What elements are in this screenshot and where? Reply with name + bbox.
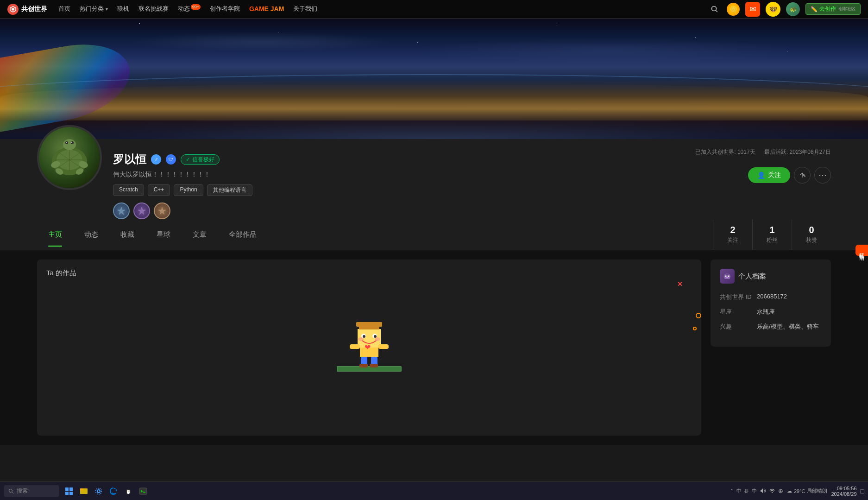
volume-icon[interactable] — [760, 487, 766, 495]
main-content: Ta 的作品 ✕ — [0, 250, 868, 445]
profile-avatar[interactable] — [37, 125, 102, 190]
svg-line-50 — [12, 492, 13, 494]
profile-section: 罗以恒 ♂ 🛡 ✓ 信誉极好 伟大以罗以恒！！！！！！！！！ Scratch C… — [0, 139, 868, 219]
tag-cpp[interactable]: C++ — [148, 184, 170, 196]
earth-curve — [0, 74, 868, 130]
credit-badge: ✓ 信誉极好 — [181, 154, 220, 165]
decorative-circle-small — [693, 327, 697, 330]
site-logo[interactable]: 共创世界 — [7, 4, 47, 15]
nav-challenge[interactable]: 联名挑战赛 — [138, 5, 169, 13]
logo-icon — [7, 4, 19, 15]
svg-line-3 — [716, 10, 718, 12]
tag-other[interactable]: 其他编程语言 — [207, 184, 252, 196]
svg-point-15 — [71, 142, 72, 143]
tab-articles[interactable]: 文章 — [182, 223, 218, 247]
svg-rect-48 — [730, 275, 731, 278]
tab-all-works[interactable]: 全部作品 — [218, 223, 268, 247]
svg-text:❤: ❤ — [365, 343, 371, 351]
nav-about[interactable]: 关于我们 — [293, 5, 317, 13]
taskbar-datetime[interactable]: 09:05:56 2024/08/29 — [831, 486, 856, 497]
clouds-effect — [0, 28, 868, 74]
svg-rect-64 — [139, 488, 147, 494]
achievement-badge-1[interactable] — [113, 203, 130, 219]
tab-feed[interactable]: 动态 — [73, 223, 109, 247]
stat-following[interactable]: 2 关注 — [713, 219, 752, 250]
personal-archive-title: 个人档案 — [720, 269, 822, 284]
community-guide-button[interactable]: 社区指南 — [855, 245, 868, 256]
tag-python[interactable]: Python — [174, 184, 203, 196]
svg-point-61 — [127, 490, 128, 491]
svg-point-49 — [9, 489, 13, 492]
game-preview[interactable]: ✕ — [46, 285, 692, 387]
nav-hot[interactable]: 热门分类 ▾ — [80, 5, 108, 13]
glasses-icon[interactable]: 🤓 — [766, 2, 780, 17]
svg-marker-22 — [158, 207, 166, 215]
create-button[interactable]: ✏️ 去创作 创客社区 — [805, 3, 861, 15]
mail-icon[interactable]: ✉ — [745, 2, 760, 17]
svg-point-60 — [127, 490, 130, 494]
decorative-circle — [696, 313, 701, 318]
svg-point-58 — [96, 488, 102, 494]
taskbar-search-area[interactable]: 搜索 — [4, 485, 59, 497]
avatar-image — [39, 127, 100, 188]
personal-archive-card: 个人档案 共创世界 ID 206685172 星座 水瓶座 兴趣 乐高/模型、棋… — [711, 259, 831, 347]
system-tray: ⌃ 中 拼 中 ⊕ — [730, 487, 783, 495]
more-options-button[interactable]: ⋯ — [814, 167, 831, 184]
svg-point-11 — [63, 139, 76, 150]
gender-male-icon: ♂ — [151, 154, 161, 165]
follow-icon: 👤 — [757, 171, 765, 179]
svg-rect-53 — [65, 492, 69, 495]
notification-button[interactable]: □ — [861, 487, 864, 495]
svg-marker-1 — [12, 8, 14, 11]
nav-home[interactable]: 首页 — [58, 5, 70, 13]
svg-rect-34 — [350, 344, 360, 349]
stat-followers[interactable]: 1 粉丝 — [752, 219, 792, 250]
works-section: Ta 的作品 ✕ — [37, 259, 701, 436]
expand-tray-icon[interactable]: ⌃ — [730, 488, 734, 494]
share-button[interactable] — [794, 167, 811, 184]
input-method-icon[interactable]: 中 — [736, 487, 742, 494]
taskbar-explorer-icon[interactable] — [78, 485, 90, 497]
works-preview-area: ✕ — [46, 285, 692, 387]
svg-rect-52 — [69, 487, 73, 491]
pinyin-icon[interactable]: 拼 — [744, 488, 749, 494]
svg-rect-41 — [356, 322, 382, 327]
taskbar-terminal-icon[interactable] — [137, 485, 149, 497]
star — [787, 51, 788, 51]
profile-card-section: 个人档案 共创世界 ID 206685172 星座 水瓶座 兴趣 乐高/模型、棋… — [711, 259, 831, 436]
svg-point-44 — [725, 276, 727, 277]
tab-planet[interactable]: 星球 — [145, 223, 182, 247]
taskbar: 搜索 ⌃ — [0, 481, 868, 500]
nav-feed[interactable]: 动态99+ — [178, 5, 201, 13]
achievement-badge-2[interactable] — [133, 203, 150, 219]
search-button[interactable] — [708, 3, 721, 16]
coin-icon[interactable]: 🪙 — [727, 3, 740, 16]
svg-rect-38 — [359, 364, 368, 367]
taskbar-settings-icon[interactable] — [93, 485, 105, 497]
achievement-badge-3[interactable] — [154, 203, 170, 219]
user-avatar-nav[interactable]: 🐢 — [786, 2, 800, 16]
tab-favorites[interactable]: 收藏 — [109, 223, 145, 247]
archive-constellation-row: 星座 水瓶座 — [720, 308, 822, 316]
nav-gamejam[interactable]: GAME JAM — [249, 5, 284, 13]
nav-menu: 首页 热门分类 ▾ 联机 联名挑战赛 动态99+ 创作者学院 GAME JAM … — [58, 5, 708, 13]
svg-rect-24 — [338, 367, 401, 371]
follow-button[interactable]: 👤 关注 — [748, 167, 790, 183]
chinese-mode-icon[interactable]: 中 — [752, 487, 757, 494]
nav-creator[interactable]: 创作者学院 — [210, 5, 240, 13]
logo-text: 共创世界 — [21, 5, 47, 13]
tab-home[interactable]: 主页 — [37, 223, 73, 247]
nav-online[interactable]: 联机 — [117, 5, 129, 13]
tag-scratch[interactable]: Scratch — [113, 184, 144, 196]
battery-icon[interactable]: ⊕ — [778, 487, 783, 494]
profile-name: 罗以恒 — [113, 152, 146, 167]
taskbar-windows-icon[interactable] — [63, 485, 75, 497]
profile-meta: 已加入共创世界: 1017天 最后活跃: 2023年08月27日 — [695, 148, 831, 156]
stat-likes[interactable]: 0 获赞 — [792, 219, 831, 250]
taskbar-edge-icon[interactable] — [107, 485, 120, 497]
profile-actions: 👤 关注 ⋯ — [748, 167, 831, 184]
wifi-icon[interactable] — [769, 487, 775, 495]
taskbar-penguin-icon[interactable] — [122, 485, 134, 497]
tab-navigation: 主页 动态 收藏 星球 文章 全部作品 — [37, 223, 713, 247]
weather-display: ☁ 29°C 局部晴朗 — [787, 487, 828, 494]
